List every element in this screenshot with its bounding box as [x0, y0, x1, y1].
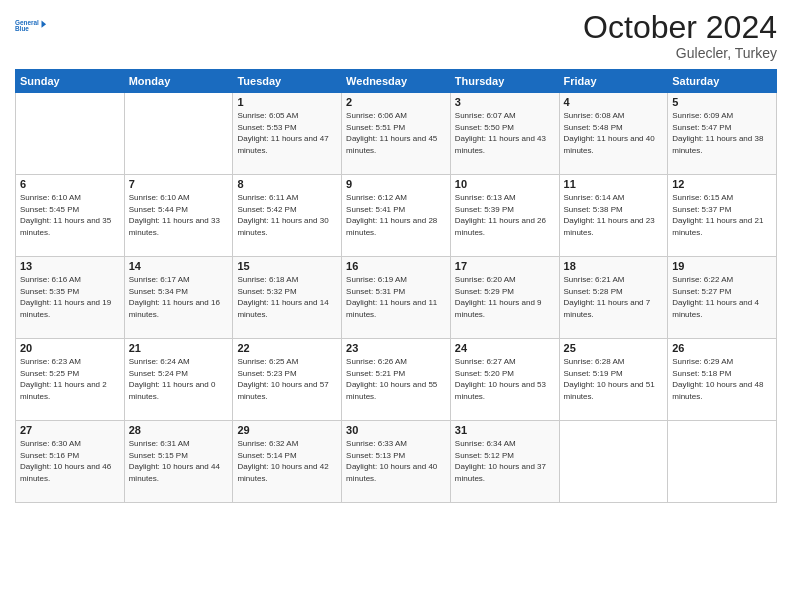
day-number: 20	[20, 342, 120, 354]
day-info: Sunrise: 6:25 AMSunset: 5:23 PMDaylight:…	[237, 357, 328, 401]
header-row: Sunday Monday Tuesday Wednesday Thursday…	[16, 70, 777, 93]
day-info: Sunrise: 6:06 AMSunset: 5:51 PMDaylight:…	[346, 111, 437, 155]
day-number: 14	[129, 260, 229, 272]
day-info: Sunrise: 6:24 AMSunset: 5:24 PMDaylight:…	[129, 357, 216, 401]
day-info: Sunrise: 6:14 AMSunset: 5:38 PMDaylight:…	[564, 193, 655, 237]
day-number: 16	[346, 260, 446, 272]
calendar-cell: 2Sunrise: 6:06 AMSunset: 5:51 PMDaylight…	[342, 93, 451, 175]
calendar-cell: 7Sunrise: 6:10 AMSunset: 5:44 PMDaylight…	[124, 175, 233, 257]
calendar-cell: 18Sunrise: 6:21 AMSunset: 5:28 PMDayligh…	[559, 257, 668, 339]
calendar-cell: 13Sunrise: 6:16 AMSunset: 5:35 PMDayligh…	[16, 257, 125, 339]
calendar-cell: 6Sunrise: 6:10 AMSunset: 5:45 PMDaylight…	[16, 175, 125, 257]
day-number: 13	[20, 260, 120, 272]
day-info: Sunrise: 6:34 AMSunset: 5:12 PMDaylight:…	[455, 439, 546, 483]
day-number: 21	[129, 342, 229, 354]
calendar-week-2: 6Sunrise: 6:10 AMSunset: 5:45 PMDaylight…	[16, 175, 777, 257]
day-number: 22	[237, 342, 337, 354]
calendar-cell: 27Sunrise: 6:30 AMSunset: 5:16 PMDayligh…	[16, 421, 125, 503]
calendar-cell: 19Sunrise: 6:22 AMSunset: 5:27 PMDayligh…	[668, 257, 777, 339]
day-info: Sunrise: 6:12 AMSunset: 5:41 PMDaylight:…	[346, 193, 437, 237]
col-monday: Monday	[124, 70, 233, 93]
day-info: Sunrise: 6:10 AMSunset: 5:44 PMDaylight:…	[129, 193, 220, 237]
day-info: Sunrise: 6:07 AMSunset: 5:50 PMDaylight:…	[455, 111, 546, 155]
day-number: 5	[672, 96, 772, 108]
day-number: 7	[129, 178, 229, 190]
col-sunday: Sunday	[16, 70, 125, 93]
calendar-cell: 30Sunrise: 6:33 AMSunset: 5:13 PMDayligh…	[342, 421, 451, 503]
calendar-cell	[124, 93, 233, 175]
day-info: Sunrise: 6:18 AMSunset: 5:32 PMDaylight:…	[237, 275, 328, 319]
calendar-cell: 20Sunrise: 6:23 AMSunset: 5:25 PMDayligh…	[16, 339, 125, 421]
calendar-cell: 15Sunrise: 6:18 AMSunset: 5:32 PMDayligh…	[233, 257, 342, 339]
day-info: Sunrise: 6:23 AMSunset: 5:25 PMDaylight:…	[20, 357, 107, 401]
svg-text:General: General	[15, 19, 39, 26]
calendar-cell: 11Sunrise: 6:14 AMSunset: 5:38 PMDayligh…	[559, 175, 668, 257]
month-title: October 2024	[583, 10, 777, 45]
day-info: Sunrise: 6:21 AMSunset: 5:28 PMDaylight:…	[564, 275, 651, 319]
calendar-cell: 28Sunrise: 6:31 AMSunset: 5:15 PMDayligh…	[124, 421, 233, 503]
day-number: 10	[455, 178, 555, 190]
calendar-cell: 31Sunrise: 6:34 AMSunset: 5:12 PMDayligh…	[450, 421, 559, 503]
day-info: Sunrise: 6:22 AMSunset: 5:27 PMDaylight:…	[672, 275, 759, 319]
calendar-cell: 12Sunrise: 6:15 AMSunset: 5:37 PMDayligh…	[668, 175, 777, 257]
day-number: 12	[672, 178, 772, 190]
calendar-cell	[16, 93, 125, 175]
calendar-week-5: 27Sunrise: 6:30 AMSunset: 5:16 PMDayligh…	[16, 421, 777, 503]
day-number: 6	[20, 178, 120, 190]
day-info: Sunrise: 6:08 AMSunset: 5:48 PMDaylight:…	[564, 111, 655, 155]
svg-text:Blue: Blue	[15, 25, 29, 32]
day-info: Sunrise: 6:13 AMSunset: 5:39 PMDaylight:…	[455, 193, 546, 237]
day-number: 18	[564, 260, 664, 272]
day-info: Sunrise: 6:30 AMSunset: 5:16 PMDaylight:…	[20, 439, 111, 483]
day-info: Sunrise: 6:28 AMSunset: 5:19 PMDaylight:…	[564, 357, 655, 401]
day-info: Sunrise: 6:09 AMSunset: 5:47 PMDaylight:…	[672, 111, 763, 155]
col-saturday: Saturday	[668, 70, 777, 93]
calendar-cell: 5Sunrise: 6:09 AMSunset: 5:47 PMDaylight…	[668, 93, 777, 175]
day-number: 23	[346, 342, 446, 354]
day-info: Sunrise: 6:11 AMSunset: 5:42 PMDaylight:…	[237, 193, 328, 237]
day-number: 9	[346, 178, 446, 190]
header: GeneralBlue General Blue October 2024 Gu…	[15, 10, 777, 61]
calendar-week-1: 1Sunrise: 6:05 AMSunset: 5:53 PMDaylight…	[16, 93, 777, 175]
calendar-cell: 29Sunrise: 6:32 AMSunset: 5:14 PMDayligh…	[233, 421, 342, 503]
day-number: 27	[20, 424, 120, 436]
calendar-cell: 21Sunrise: 6:24 AMSunset: 5:24 PMDayligh…	[124, 339, 233, 421]
logo-icon: GeneralBlue	[15, 10, 47, 42]
calendar-cell: 17Sunrise: 6:20 AMSunset: 5:29 PMDayligh…	[450, 257, 559, 339]
day-number: 29	[237, 424, 337, 436]
col-tuesday: Tuesday	[233, 70, 342, 93]
calendar-cell: 14Sunrise: 6:17 AMSunset: 5:34 PMDayligh…	[124, 257, 233, 339]
calendar-cell: 8Sunrise: 6:11 AMSunset: 5:42 PMDaylight…	[233, 175, 342, 257]
day-number: 25	[564, 342, 664, 354]
calendar-cell	[559, 421, 668, 503]
calendar-cell: 22Sunrise: 6:25 AMSunset: 5:23 PMDayligh…	[233, 339, 342, 421]
logo: GeneralBlue General Blue	[15, 10, 47, 42]
title-block: October 2024 Gulecler, Turkey	[583, 10, 777, 61]
day-info: Sunrise: 6:26 AMSunset: 5:21 PMDaylight:…	[346, 357, 437, 401]
calendar-cell: 1Sunrise: 6:05 AMSunset: 5:53 PMDaylight…	[233, 93, 342, 175]
day-info: Sunrise: 6:27 AMSunset: 5:20 PMDaylight:…	[455, 357, 546, 401]
calendar-cell: 4Sunrise: 6:08 AMSunset: 5:48 PMDaylight…	[559, 93, 668, 175]
day-number: 31	[455, 424, 555, 436]
day-number: 15	[237, 260, 337, 272]
day-info: Sunrise: 6:05 AMSunset: 5:53 PMDaylight:…	[237, 111, 328, 155]
day-number: 11	[564, 178, 664, 190]
day-info: Sunrise: 6:31 AMSunset: 5:15 PMDaylight:…	[129, 439, 220, 483]
day-number: 19	[672, 260, 772, 272]
calendar-cell: 26Sunrise: 6:29 AMSunset: 5:18 PMDayligh…	[668, 339, 777, 421]
col-thursday: Thursday	[450, 70, 559, 93]
day-info: Sunrise: 6:19 AMSunset: 5:31 PMDaylight:…	[346, 275, 437, 319]
day-info: Sunrise: 6:16 AMSunset: 5:35 PMDaylight:…	[20, 275, 111, 319]
page: GeneralBlue General Blue October 2024 Gu…	[0, 0, 792, 612]
calendar-cell: 10Sunrise: 6:13 AMSunset: 5:39 PMDayligh…	[450, 175, 559, 257]
calendar-cell	[668, 421, 777, 503]
day-info: Sunrise: 6:17 AMSunset: 5:34 PMDaylight:…	[129, 275, 220, 319]
day-info: Sunrise: 6:33 AMSunset: 5:13 PMDaylight:…	[346, 439, 437, 483]
day-info: Sunrise: 6:32 AMSunset: 5:14 PMDaylight:…	[237, 439, 328, 483]
day-number: 28	[129, 424, 229, 436]
calendar-week-4: 20Sunrise: 6:23 AMSunset: 5:25 PMDayligh…	[16, 339, 777, 421]
day-number: 17	[455, 260, 555, 272]
calendar-cell: 16Sunrise: 6:19 AMSunset: 5:31 PMDayligh…	[342, 257, 451, 339]
calendar-week-3: 13Sunrise: 6:16 AMSunset: 5:35 PMDayligh…	[16, 257, 777, 339]
calendar-cell: 9Sunrise: 6:12 AMSunset: 5:41 PMDaylight…	[342, 175, 451, 257]
